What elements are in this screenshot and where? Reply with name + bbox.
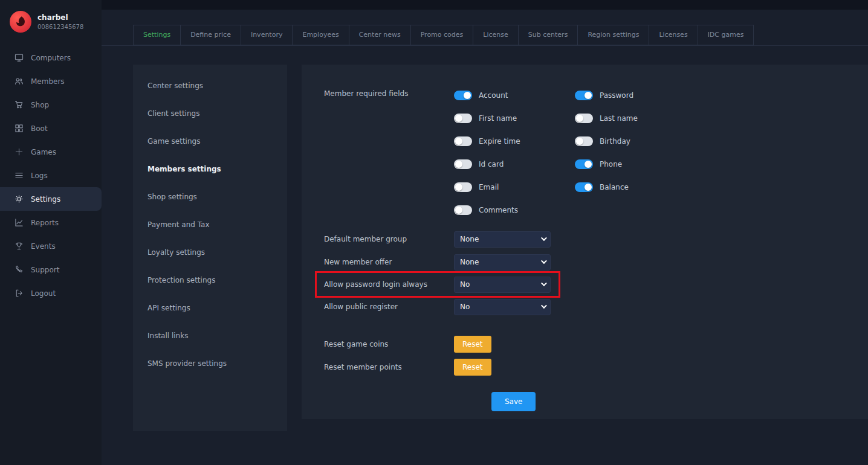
logout-icon <box>15 289 24 298</box>
save-button[interactable]: Save <box>491 392 536 411</box>
sidebar-item-label: Members <box>31 77 65 86</box>
reset-game-coins-reset-button[interactable]: Reset <box>454 336 491 353</box>
computers-icon <box>15 53 24 62</box>
first-name-toggle[interactable] <box>454 114 472 123</box>
last-name-toggle[interactable] <box>575 114 593 123</box>
row-reset-game-coins: Reset game coinsReset <box>324 333 868 356</box>
toggle-item-phone: Phone <box>575 153 696 176</box>
app: { "user": { "name": "charbel", "id": "00… <box>0 0 868 465</box>
id-card-toggle[interactable] <box>454 159 472 169</box>
new-member-offer-select[interactable]: None <box>454 254 551 271</box>
phone-toggle[interactable] <box>575 159 593 169</box>
toggle-label: Phone <box>600 160 622 168</box>
toggle-item-expire-time: Expire time <box>454 130 575 153</box>
toggle-knob <box>455 207 462 214</box>
email-toggle[interactable] <box>454 182 472 192</box>
sidebar-item-label: Settings <box>31 195 60 204</box>
settings-nav-game-settings[interactable]: Game settings <box>133 127 287 155</box>
reports-icon <box>15 218 24 227</box>
games-icon <box>15 147 24 156</box>
user-text: charbel 008612345678 <box>37 13 83 30</box>
settings-nav: Center settingsClient settingsGame setti… <box>133 72 287 377</box>
expire-time-toggle[interactable] <box>454 136 472 146</box>
toggle-item-password: Password <box>575 84 696 107</box>
settings-nav-center-settings[interactable]: Center settings <box>133 72 287 100</box>
logs-icon <box>15 171 24 180</box>
settings-nav-shop-settings[interactable]: Shop settings <box>133 183 287 211</box>
sidebar-item-events[interactable]: Events <box>0 234 102 258</box>
sidebar-item-boot[interactable]: Boot <box>0 117 102 140</box>
content: Center settingsClient settingsGame setti… <box>102 46 868 431</box>
save-row: Save <box>491 392 868 411</box>
allow-public-register-select[interactable]: No <box>454 299 551 315</box>
sidebar-item-shop[interactable]: Shop <box>0 93 102 117</box>
sidebar-item-logout[interactable]: Logout <box>0 281 102 305</box>
sidebar-item-label: Support <box>31 266 59 274</box>
main: SettingsDefine priceInventoryEmployeesCe… <box>102 0 868 465</box>
toggle-label: First name <box>479 114 517 123</box>
balance-toggle[interactable] <box>575 182 593 192</box>
comments-toggle[interactable] <box>454 205 472 215</box>
sidebar-item-support[interactable]: Support <box>0 258 102 281</box>
tab-center-news[interactable]: Center news <box>349 25 411 45</box>
toggle-item-account: Account <box>454 84 575 107</box>
sidebar-item-logs[interactable]: Logs <box>0 164 102 187</box>
toggle-knob <box>585 184 592 191</box>
logo <box>10 11 31 33</box>
toggle-label: Last name <box>600 114 638 123</box>
default-member-group-select[interactable]: None <box>454 231 551 248</box>
tab-licenses[interactable]: Licenses <box>649 25 698 45</box>
toggle-knob <box>455 138 462 145</box>
sidebar-item-label: Games <box>31 148 56 156</box>
account-toggle[interactable] <box>454 91 472 100</box>
sidebar-item-reports[interactable]: Reports <box>0 211 102 234</box>
settings-nav-api-settings[interactable]: API settings <box>133 294 287 322</box>
select-wrap: No <box>454 299 551 315</box>
tab-promo-codes[interactable]: Promo codes <box>410 25 474 45</box>
toggle-knob <box>455 115 462 122</box>
support-icon <box>15 265 24 274</box>
settings-nav-loyalty-settings[interactable]: Loyalty settings <box>133 239 287 266</box>
row-default-member-group: Default member groupNone <box>324 228 554 251</box>
password-toggle[interactable] <box>575 91 593 100</box>
sidebar-item-label: Reports <box>31 219 59 227</box>
toggle-item-birthday: Birthday <box>575 130 696 153</box>
sidebar-item-members[interactable]: Members <box>0 69 102 93</box>
tab-inventory[interactable]: Inventory <box>241 25 293 45</box>
row-allow-public-register: Allow public registerNo <box>324 295 554 318</box>
default-member-group-label: Default member group <box>324 235 454 243</box>
tab-employees[interactable]: Employees <box>292 25 349 45</box>
member-required-fields-row: Member required fields AccountPasswordFi… <box>324 84 868 222</box>
member-required-fields-toggles: AccountPasswordFirst nameLast nameExpire… <box>454 84 696 222</box>
allow-password-login-always-label: Allow password login always <box>324 280 454 289</box>
sidebar-item-label: Boot <box>31 124 48 133</box>
birthday-toggle[interactable] <box>575 136 593 146</box>
sidebar-item-games[interactable]: Games <box>0 140 102 164</box>
toggle-knob <box>464 92 471 99</box>
sidebar-item-settings[interactable]: Settings <box>0 187 102 211</box>
toggle-knob <box>576 138 583 145</box>
sidebar-item-computers[interactable]: Computers <box>0 46 102 69</box>
tabs: SettingsDefine priceInventoryEmployeesCe… <box>133 25 868 45</box>
settings-nav-members-settings[interactable]: Members settings <box>133 155 287 183</box>
members-settings-form: Member required fields AccountPasswordFi… <box>302 65 868 419</box>
tab-settings[interactable]: Settings <box>133 25 181 45</box>
reset-member-points-reset-button[interactable]: Reset <box>454 359 491 376</box>
tab-region-settings[interactable]: Region settings <box>577 25 649 45</box>
settings-nav-install-links[interactable]: Install links <box>133 322 287 350</box>
settings-nav-payment-and-tax[interactable]: Payment and Tax <box>133 211 287 239</box>
settings-nav-protection-settings[interactable]: Protection settings <box>133 266 287 294</box>
settings-nav-sms-provider-settings[interactable]: SMS provider settings <box>133 350 287 377</box>
row-new-member-offer: New member offerNone <box>324 251 554 274</box>
tab-idc-games[interactable]: IDC games <box>698 25 754 45</box>
user-name: charbel <box>37 13 83 22</box>
settings-nav-client-settings[interactable]: Client settings <box>133 100 287 127</box>
tab-license[interactable]: License <box>473 25 518 45</box>
tab-define-price[interactable]: Define price <box>180 25 241 45</box>
tab-sub-centers[interactable]: Sub centers <box>518 25 578 45</box>
toggle-knob <box>455 184 462 191</box>
allow-password-login-always-select[interactable]: No <box>454 277 551 293</box>
toggle-knob <box>576 115 583 122</box>
toggle-label: Account <box>479 91 508 100</box>
sidebar: charbel 008612345678 ComputersMembersSho… <box>0 0 102 465</box>
